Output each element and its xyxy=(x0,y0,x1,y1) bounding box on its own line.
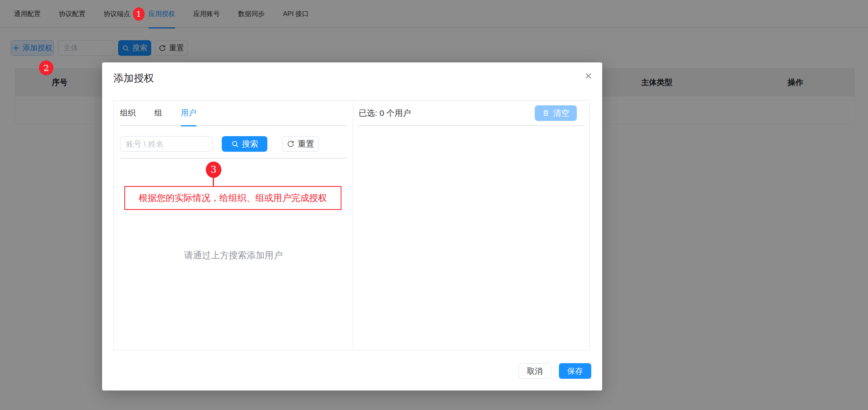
annotation-step-badge-2: 2 xyxy=(39,60,53,75)
annotation-note-box: 根据您的实际情况，给组织、组或用户完成授权 xyxy=(124,186,341,210)
subject-picker-pane: 组织 组 用户 搜索 重置 3 根 xyxy=(114,101,353,350)
subject-type-tabs: 组织 组 用户 xyxy=(120,101,346,126)
annotation-step-badge-3: 3 xyxy=(206,162,221,178)
account-name-search-input[interactable] xyxy=(120,136,213,152)
tab-user[interactable]: 用户 xyxy=(181,100,196,126)
dialog-title: 添加授权 xyxy=(113,71,154,85)
modal-reset-button[interactable]: 重置 xyxy=(282,136,319,152)
selected-users-pane: 已选: 0 个用户 清空 xyxy=(353,101,589,350)
close-icon[interactable]: × xyxy=(585,69,592,82)
dialog-footer: 取消 保存 xyxy=(518,363,591,379)
tab-group[interactable]: 组 xyxy=(154,100,162,126)
trash-icon xyxy=(542,109,550,117)
tab-user-label: 用户 xyxy=(181,108,196,118)
search-divider xyxy=(120,158,346,159)
user-search-row: 搜索 重置 xyxy=(120,136,346,152)
tab-organization[interactable]: 组织 xyxy=(120,100,136,126)
active-tab-underline xyxy=(181,125,196,126)
selected-count-label: 已选: 0 个用户 xyxy=(358,108,411,119)
clear-selection-button[interactable]: 清空 xyxy=(535,105,577,121)
annotation-connector-line xyxy=(213,177,214,186)
save-button[interactable]: 保存 xyxy=(559,363,591,379)
modal-reset-label: 重置 xyxy=(298,138,314,149)
selected-header: 已选: 0 个用户 清空 xyxy=(358,101,583,126)
cancel-button[interactable]: 取消 xyxy=(518,363,551,379)
modal-search-button[interactable]: 搜索 xyxy=(222,136,267,152)
modal-search-label: 搜索 xyxy=(242,138,258,149)
search-icon xyxy=(231,140,239,148)
refresh-icon xyxy=(287,140,295,148)
annotation-step-badge-1: 1 xyxy=(133,7,145,21)
clear-selection-label: 清空 xyxy=(553,108,569,119)
transfer-panel: 组织 组 用户 搜索 重置 3 根 xyxy=(113,100,590,350)
add-authorization-dialog: 添加授权 × 组织 组 用户 搜索 重置 xyxy=(102,62,602,390)
empty-state-text: 请通过上方搜索添加用户 xyxy=(114,249,353,261)
